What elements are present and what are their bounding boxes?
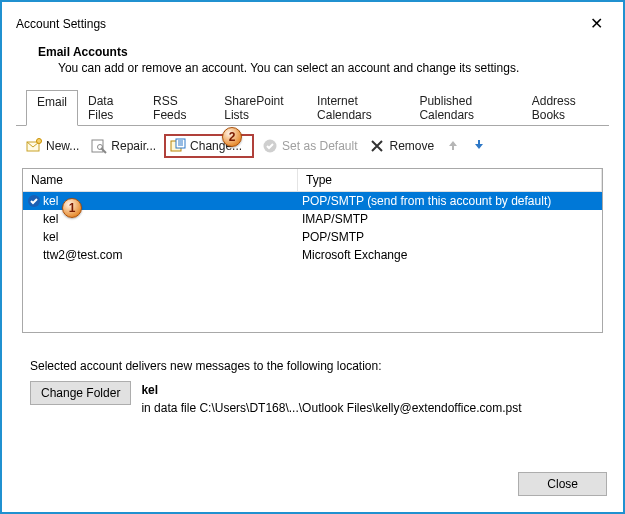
set-default-button: Set as Default xyxy=(258,136,361,156)
annotation-1: 1 xyxy=(62,198,82,218)
col-type[interactable]: Type xyxy=(298,169,602,191)
tab-published-calendars[interactable]: Published Calendars xyxy=(409,90,521,126)
tab-rss-feeds[interactable]: RSS Feeds xyxy=(143,90,214,126)
tab-internet-calendars[interactable]: Internet Calendars xyxy=(307,90,409,126)
tab-email[interactable]: Email xyxy=(26,90,78,126)
arrow-down-icon xyxy=(472,138,486,152)
heading-title: Email Accounts xyxy=(38,45,597,59)
delivery-account-name: kel xyxy=(141,381,521,399)
list-header: Name Type xyxy=(23,169,602,192)
account-type: IMAP/SMTP xyxy=(298,210,602,228)
account-name: kel xyxy=(43,192,58,210)
spacer-icon xyxy=(27,248,41,262)
title-bar: Account Settings ✕ xyxy=(8,8,617,37)
account-name: kel xyxy=(43,228,58,246)
tab-strip: Email Data Files RSS Feeds SharePoint Li… xyxy=(16,89,609,126)
remove-button[interactable]: Remove xyxy=(365,136,438,156)
move-down-button[interactable] xyxy=(468,136,490,157)
repair-button[interactable]: Repair... xyxy=(87,136,160,156)
new-icon xyxy=(26,138,42,154)
account-type: Microsoft Exchange xyxy=(298,246,602,264)
check-circle-icon xyxy=(262,138,278,154)
account-type: POP/SMTP (send from this account by defa… xyxy=(298,192,602,210)
change-folder-button[interactable]: Change Folder xyxy=(30,381,131,405)
new-label: New... xyxy=(46,139,79,153)
set-default-label: Set as Default xyxy=(282,139,357,153)
main-panel: Email Data Files RSS Feeds SharePoint Li… xyxy=(16,89,609,417)
repair-icon xyxy=(91,138,107,154)
delivery-path: in data file C:\Users\DT168\...\Outlook … xyxy=(141,399,521,417)
account-name: kel xyxy=(43,210,58,228)
svg-point-1 xyxy=(37,139,42,144)
new-button[interactable]: New... xyxy=(22,136,83,156)
spacer-icon xyxy=(27,230,41,244)
account-name: ttw2@test.com xyxy=(43,246,123,264)
account-row[interactable]: kel POP/SMTP (send from this account by … xyxy=(23,192,602,210)
tab-address-books[interactable]: Address Books xyxy=(522,90,609,126)
close-icon[interactable]: ✕ xyxy=(584,14,609,33)
tab-sharepoint[interactable]: SharePoint Lists xyxy=(214,90,307,126)
delivery-info: kel in data file C:\Users\DT168\...\Outl… xyxy=(141,381,521,417)
arrow-up-icon xyxy=(446,138,460,152)
delivery-lead: Selected account delivers new messages t… xyxy=(30,359,601,373)
tab-data-files[interactable]: Data Files xyxy=(78,90,143,126)
account-type: POP/SMTP xyxy=(298,228,602,246)
close-button[interactable]: Close xyxy=(518,472,607,496)
remove-label: Remove xyxy=(389,139,434,153)
toolbar: New... Repair... Change... Set as Defaul… xyxy=(16,126,609,168)
heading-block: Email Accounts You can add or remove an … xyxy=(8,37,617,89)
window-title: Account Settings xyxy=(16,17,106,31)
spacer-icon xyxy=(27,212,41,226)
delivery-section: Selected account delivers new messages t… xyxy=(16,339,609,417)
change-icon xyxy=(170,138,186,154)
footer: Close xyxy=(518,472,607,496)
repair-label: Repair... xyxy=(111,139,156,153)
account-row[interactable]: kel IMAP/SMTP xyxy=(23,210,602,228)
account-row[interactable]: ttw2@test.com Microsoft Exchange xyxy=(23,246,602,264)
annotation-2: 2 xyxy=(222,127,242,147)
heading-subtitle: You can add or remove an account. You ca… xyxy=(38,59,597,75)
account-row[interactable]: kel POP/SMTP xyxy=(23,228,602,246)
remove-icon xyxy=(369,138,385,154)
default-account-icon xyxy=(27,194,41,208)
accounts-list: Name Type kel POP/SMTP (send from this a… xyxy=(22,168,603,333)
move-up-button[interactable] xyxy=(442,136,464,157)
col-name[interactable]: Name xyxy=(23,169,298,191)
